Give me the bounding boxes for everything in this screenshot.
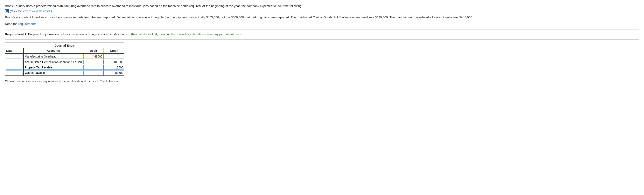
journal-header-row: Date Accounts Debit Credit xyxy=(5,48,124,54)
grid-icon xyxy=(5,9,9,13)
intro-paragraph-1: Brook Foundry uses a predetermined manuf… xyxy=(5,4,639,9)
account-input-1[interactable] xyxy=(24,54,83,59)
date-cell-2 xyxy=(5,59,24,65)
journal-title: Journal Entry xyxy=(5,42,124,48)
table-row xyxy=(5,59,124,65)
debit-cell-1 xyxy=(83,53,104,59)
date-cell-3 xyxy=(5,65,24,70)
header-date: Date xyxy=(5,48,24,54)
header-debit: Debit xyxy=(83,48,104,54)
credit-input-1[interactable] xyxy=(104,54,124,59)
credit-input-2[interactable] xyxy=(104,60,124,64)
header-accounts: Accounts xyxy=(24,48,83,54)
debit-cell-3 xyxy=(83,65,104,70)
date-input-2[interactable] xyxy=(6,60,22,64)
read-period: . xyxy=(36,22,37,26)
requirement-heading: Requirement 1. Prepare the journal entry… xyxy=(5,32,639,37)
accounts-cell-3 xyxy=(24,65,83,70)
requirement-label: Requirement 1. xyxy=(5,32,27,36)
account-input-3[interactable] xyxy=(24,65,83,70)
credit-cell-1 xyxy=(104,53,124,59)
date-cell-4 xyxy=(5,70,24,76)
debit-cell-4 xyxy=(83,70,104,76)
footer-note: Choose from any list or enter any number… xyxy=(5,80,639,83)
date-input-1[interactable] xyxy=(6,54,22,59)
icon-link-text[interactable]: (Click the icon to view the costs.) xyxy=(10,10,52,13)
table-row xyxy=(5,53,124,59)
header-credit: Credit xyxy=(104,48,124,54)
accounts-cell-1 xyxy=(24,53,83,59)
table-row xyxy=(5,70,124,76)
debit-input-4[interactable] xyxy=(84,71,104,75)
table-row xyxy=(5,65,124,70)
requirement-desc-text: Prepare the journal entry to record manu… xyxy=(28,32,130,36)
credit-cell-4 xyxy=(104,70,124,76)
journal-title-row: Journal Entry xyxy=(5,42,124,48)
credit-cell-3 xyxy=(104,65,124,70)
date-input-3[interactable] xyxy=(6,65,22,70)
icon-link-row[interactable]: (Click the icon to view the costs.) xyxy=(5,9,639,13)
debit-cell-2 xyxy=(83,59,104,65)
debit-input-1[interactable] xyxy=(84,54,104,59)
read-text: Read the xyxy=(5,22,18,26)
date-input-4[interactable] xyxy=(6,71,22,75)
credit-input-4[interactable] xyxy=(104,71,124,75)
requirements-link[interactable]: requirements xyxy=(18,22,36,26)
account-input-4[interactable] xyxy=(24,71,83,75)
credit-input-3[interactable] xyxy=(104,65,124,70)
account-input-2[interactable] xyxy=(24,60,83,64)
instruction-text: (Record debits first, then credits. Excl… xyxy=(131,32,241,36)
read-requirements: Read the requirements. xyxy=(5,22,639,26)
table-top-divider xyxy=(5,39,639,40)
debit-input-2[interactable] xyxy=(84,60,104,64)
journal-table: Journal Entry Date Accounts Debit Credit xyxy=(5,42,124,76)
intro-paragraph-2: Brook's accountant found an error in the… xyxy=(5,15,639,20)
accounts-cell-4 xyxy=(24,70,83,76)
accounts-cell-2 xyxy=(24,59,83,65)
credit-cell-2 xyxy=(104,59,124,65)
debit-input-3[interactable] xyxy=(84,65,104,70)
divider xyxy=(5,29,639,30)
date-cell-1 xyxy=(5,53,24,59)
